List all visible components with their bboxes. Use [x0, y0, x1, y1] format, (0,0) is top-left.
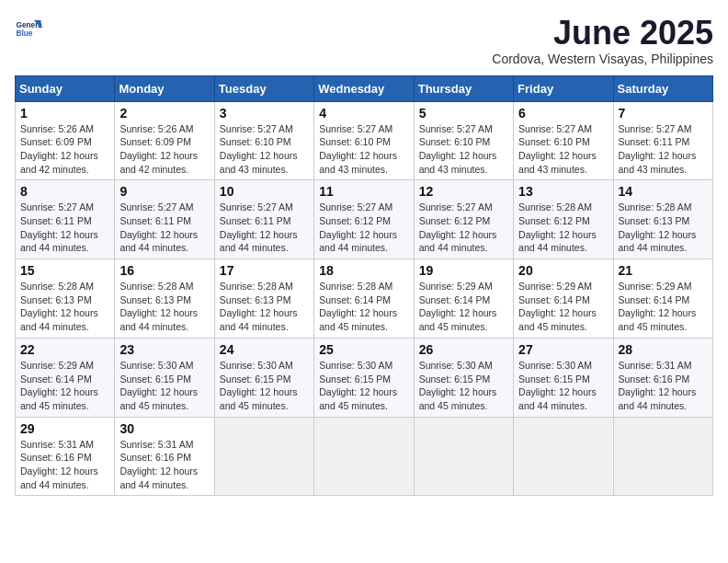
- day-detail: Sunrise: 5:28 AMSunset: 6:13 PMDaylight:…: [20, 281, 98, 332]
- logo: General Blue: [15, 15, 42, 42]
- page-header: General Blue June 2025 Cordova, Western …: [15, 15, 713, 66]
- calendar-day-cell: [314, 417, 414, 496]
- day-detail: Sunrise: 5:28 AMSunset: 6:12 PMDaylight:…: [518, 201, 597, 253]
- day-detail: Sunrise: 5:28 AMSunset: 6:14 PMDaylight:…: [319, 281, 397, 332]
- day-number: 11: [319, 184, 408, 199]
- day-detail: Sunrise: 5:30 AMSunset: 6:15 PMDaylight:…: [319, 360, 397, 411]
- day-number: 20: [518, 263, 608, 278]
- weekday-header: Tuesday: [214, 75, 313, 101]
- day-number: 2: [119, 106, 209, 121]
- day-number: 16: [119, 263, 209, 278]
- calendar-day-cell: 26 Sunrise: 5:30 AMSunset: 6:15 PMDaylig…: [414, 338, 513, 417]
- day-number: 19: [419, 263, 508, 278]
- day-number: 27: [518, 342, 608, 357]
- day-number: 29: [20, 421, 109, 436]
- day-detail: Sunrise: 5:30 AMSunset: 6:15 PMDaylight:…: [119, 360, 198, 411]
- svg-text:Blue: Blue: [17, 29, 33, 38]
- day-detail: Sunrise: 5:27 AMSunset: 6:12 PMDaylight:…: [319, 201, 397, 253]
- calendar-day-cell: 14 Sunrise: 5:28 AMSunset: 6:13 PMDaylig…: [613, 180, 712, 259]
- calendar-day-cell: 1 Sunrise: 5:26 AMSunset: 6:09 PMDayligh…: [16, 101, 115, 180]
- day-number: 9: [119, 184, 209, 199]
- day-number: 26: [419, 342, 508, 357]
- day-detail: Sunrise: 5:27 AMSunset: 6:12 PMDaylight:…: [419, 201, 497, 253]
- calendar-week-row: 1 Sunrise: 5:26 AMSunset: 6:09 PMDayligh…: [16, 101, 713, 180]
- calendar-header: SundayMondayTuesdayWednesdayThursdayFrid…: [16, 75, 713, 101]
- day-number: 3: [220, 106, 309, 121]
- day-detail: Sunrise: 5:30 AMSunset: 6:15 PMDaylight:…: [419, 360, 497, 411]
- day-detail: Sunrise: 5:27 AMSunset: 6:10 PMDaylight:…: [419, 123, 497, 175]
- calendar-title: June 2025: [492, 15, 713, 52]
- calendar-day-cell: [214, 417, 313, 496]
- calendar-day-cell: 23 Sunrise: 5:30 AMSunset: 6:15 PMDaylig…: [115, 338, 214, 417]
- calendar-day-cell: 12 Sunrise: 5:27 AMSunset: 6:12 PMDaylig…: [414, 180, 513, 259]
- day-number: 14: [619, 184, 708, 199]
- day-detail: Sunrise: 5:27 AMSunset: 6:11 PMDaylight:…: [119, 201, 198, 253]
- calendar-day-cell: 30 Sunrise: 5:31 AMSunset: 6:16 PMDaylig…: [115, 417, 214, 496]
- day-detail: Sunrise: 5:29 AMSunset: 6:14 PMDaylight:…: [619, 281, 697, 332]
- calendar-week-row: 15 Sunrise: 5:28 AMSunset: 6:13 PMDaylig…: [16, 259, 713, 339]
- day-number: 17: [220, 263, 309, 278]
- calendar-day-cell: 10 Sunrise: 5:27 AMSunset: 6:11 PMDaylig…: [214, 180, 313, 259]
- day-number: 15: [20, 263, 109, 278]
- calendar-day-cell: 25 Sunrise: 5:30 AMSunset: 6:15 PMDaylig…: [314, 338, 414, 417]
- calendar-day-cell: 16 Sunrise: 5:28 AMSunset: 6:13 PMDaylig…: [115, 259, 214, 339]
- weekday-header: Wednesday: [314, 75, 414, 101]
- calendar-day-cell: [414, 417, 513, 496]
- day-detail: Sunrise: 5:29 AMSunset: 6:14 PMDaylight:…: [20, 360, 98, 411]
- day-detail: Sunrise: 5:28 AMSunset: 6:13 PMDaylight:…: [220, 281, 298, 332]
- calendar-day-cell: 2 Sunrise: 5:26 AMSunset: 6:09 PMDayligh…: [115, 101, 214, 180]
- day-detail: Sunrise: 5:28 AMSunset: 6:13 PMDaylight:…: [619, 201, 697, 253]
- day-number: 30: [119, 421, 209, 436]
- calendar-subtitle: Cordova, Western Visayas, Philippines: [492, 52, 713, 66]
- calendar-day-cell: 29 Sunrise: 5:31 AMSunset: 6:16 PMDaylig…: [16, 417, 115, 496]
- day-detail: Sunrise: 5:31 AMSunset: 6:16 PMDaylight:…: [119, 439, 198, 490]
- calendar-day-cell: 17 Sunrise: 5:28 AMSunset: 6:13 PMDaylig…: [214, 259, 313, 339]
- day-number: 28: [619, 342, 708, 357]
- calendar-day-cell: 28 Sunrise: 5:31 AMSunset: 6:16 PMDaylig…: [613, 338, 712, 417]
- day-detail: Sunrise: 5:31 AMSunset: 6:16 PMDaylight:…: [20, 439, 98, 490]
- calendar-day-cell: 9 Sunrise: 5:27 AMSunset: 6:11 PMDayligh…: [115, 180, 214, 259]
- day-detail: Sunrise: 5:27 AMSunset: 6:10 PMDaylight:…: [319, 123, 397, 175]
- day-detail: Sunrise: 5:26 AMSunset: 6:09 PMDaylight:…: [119, 123, 198, 175]
- title-area: June 2025 Cordova, Western Visayas, Phil…: [492, 15, 713, 66]
- day-detail: Sunrise: 5:29 AMSunset: 6:14 PMDaylight:…: [518, 281, 597, 332]
- day-number: 12: [419, 184, 508, 199]
- weekday-header: Sunday: [16, 75, 115, 101]
- day-number: 4: [319, 106, 408, 121]
- day-number: 13: [518, 184, 608, 199]
- day-number: 1: [20, 106, 109, 121]
- calendar-table: SundayMondayTuesdayWednesdayThursdayFrid…: [15, 75, 713, 497]
- day-number: 7: [619, 106, 708, 121]
- calendar-day-cell: 13 Sunrise: 5:28 AMSunset: 6:12 PMDaylig…: [514, 180, 613, 259]
- calendar-day-cell: 6 Sunrise: 5:27 AMSunset: 6:10 PMDayligh…: [514, 101, 613, 180]
- day-detail: Sunrise: 5:27 AMSunset: 6:10 PMDaylight:…: [220, 123, 298, 175]
- calendar-day-cell: 5 Sunrise: 5:27 AMSunset: 6:10 PMDayligh…: [414, 101, 513, 180]
- calendar-week-row: 29 Sunrise: 5:31 AMSunset: 6:16 PMDaylig…: [16, 417, 713, 496]
- calendar-day-cell: 15 Sunrise: 5:28 AMSunset: 6:13 PMDaylig…: [16, 259, 115, 339]
- calendar-day-cell: 20 Sunrise: 5:29 AMSunset: 6:14 PMDaylig…: [514, 259, 613, 339]
- calendar-week-row: 22 Sunrise: 5:29 AMSunset: 6:14 PMDaylig…: [16, 338, 713, 417]
- day-detail: Sunrise: 5:28 AMSunset: 6:13 PMDaylight:…: [119, 281, 198, 332]
- day-number: 22: [20, 342, 109, 357]
- calendar-day-cell: 19 Sunrise: 5:29 AMSunset: 6:14 PMDaylig…: [414, 259, 513, 339]
- calendar-day-cell: [613, 417, 712, 496]
- weekday-header: Saturday: [613, 75, 712, 101]
- calendar-week-row: 8 Sunrise: 5:27 AMSunset: 6:11 PMDayligh…: [16, 180, 713, 259]
- calendar-day-cell: 7 Sunrise: 5:27 AMSunset: 6:11 PMDayligh…: [613, 101, 712, 180]
- day-detail: Sunrise: 5:26 AMSunset: 6:09 PMDaylight:…: [20, 123, 98, 175]
- day-number: 25: [319, 342, 408, 357]
- day-number: 21: [619, 263, 708, 278]
- day-detail: Sunrise: 5:31 AMSunset: 6:16 PMDaylight:…: [619, 360, 697, 411]
- weekday-header: Thursday: [414, 75, 513, 101]
- weekday-header: Monday: [115, 75, 214, 101]
- calendar-day-cell: 22 Sunrise: 5:29 AMSunset: 6:14 PMDaylig…: [16, 338, 115, 417]
- day-number: 10: [220, 184, 309, 199]
- calendar-day-cell: 4 Sunrise: 5:27 AMSunset: 6:10 PMDayligh…: [314, 101, 414, 180]
- day-number: 5: [419, 106, 508, 121]
- calendar-day-cell: 11 Sunrise: 5:27 AMSunset: 6:12 PMDaylig…: [314, 180, 414, 259]
- day-detail: Sunrise: 5:30 AMSunset: 6:15 PMDaylight:…: [518, 360, 597, 411]
- day-detail: Sunrise: 5:30 AMSunset: 6:15 PMDaylight:…: [220, 360, 298, 411]
- day-number: 18: [319, 263, 408, 278]
- calendar-day-cell: 24 Sunrise: 5:30 AMSunset: 6:15 PMDaylig…: [214, 338, 313, 417]
- day-detail: Sunrise: 5:27 AMSunset: 6:11 PMDaylight:…: [20, 201, 98, 253]
